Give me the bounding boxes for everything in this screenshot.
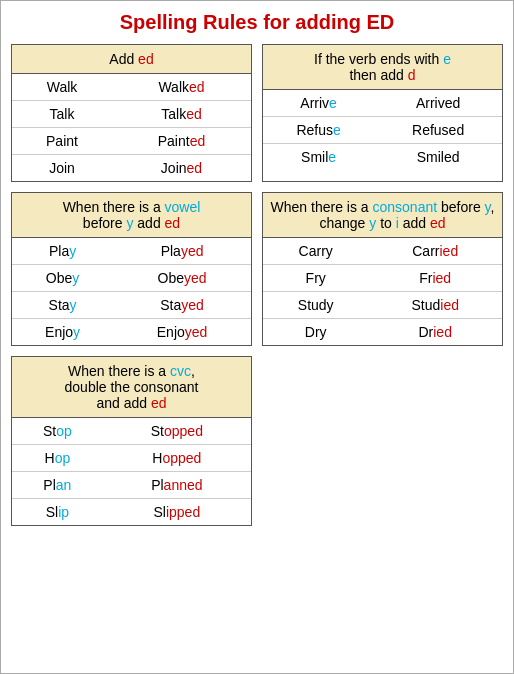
section-vowel-y-header: When there is a vowelbefore y add ed: [12, 193, 251, 238]
verb-ends-e-table: Arrive Arrived Refuse Refused Smile Smil…: [263, 90, 502, 170]
vowel-y-table: Play Played Obey Obeyed Stay Stayed Enjo…: [12, 238, 251, 345]
section-vowel-y: When there is a vowelbefore y add ed Pla…: [11, 192, 252, 346]
add-ed-table: Walk Walked Talk Talked Paint Painted Jo…: [12, 74, 251, 181]
table-row: Play Played: [12, 238, 251, 265]
section-add-ed: Add ed Walk Walked Talk Talked Paint Pai…: [11, 44, 252, 182]
table-row: Slip Slipped: [12, 499, 251, 526]
cvc-table: Stop Stopped Hop Hopped Plan Planned Sli…: [12, 418, 251, 525]
consonant-y-table: Carry Carried Fry Fried Study Studied Dr…: [263, 238, 502, 345]
section-verb-ends-e-header: If the verb ends with ethen add d: [263, 45, 502, 90]
table-row: Study Studied: [263, 292, 502, 319]
section-consonant-y: When there is a consonant before y, chan…: [262, 192, 503, 346]
table-row: Arrive Arrived: [263, 90, 502, 117]
page-title: Spelling Rules for adding ED: [11, 11, 503, 34]
section-verb-ends-e: If the verb ends with ethen add d Arrive…: [262, 44, 503, 182]
table-row: Join Joined: [12, 155, 251, 182]
section-consonant-y-header: When there is a consonant before y, chan…: [263, 193, 502, 238]
section-cvc: When there is a cvc,double the consonant…: [11, 356, 252, 526]
section-add-ed-header: Add ed: [12, 45, 251, 74]
table-row: Carry Carried: [263, 238, 502, 265]
table-row: Enjoy Enjoyed: [12, 319, 251, 346]
table-row: Smile Smiled: [263, 144, 502, 171]
table-row: Refuse Refused: [263, 117, 502, 144]
section-cvc-header: When there is a cvc,double the consonant…: [12, 357, 251, 418]
table-row: Stop Stopped: [12, 418, 251, 445]
table-row: Walk Walked: [12, 74, 251, 101]
table-row: Paint Painted: [12, 128, 251, 155]
table-row: Stay Stayed: [12, 292, 251, 319]
table-row: Talk Talked: [12, 101, 251, 128]
table-row: Obey Obeyed: [12, 265, 251, 292]
table-row: Fry Fried: [263, 265, 502, 292]
table-row: Plan Planned: [12, 472, 251, 499]
table-row: Hop Hopped: [12, 445, 251, 472]
table-row: Dry Dried: [263, 319, 502, 346]
